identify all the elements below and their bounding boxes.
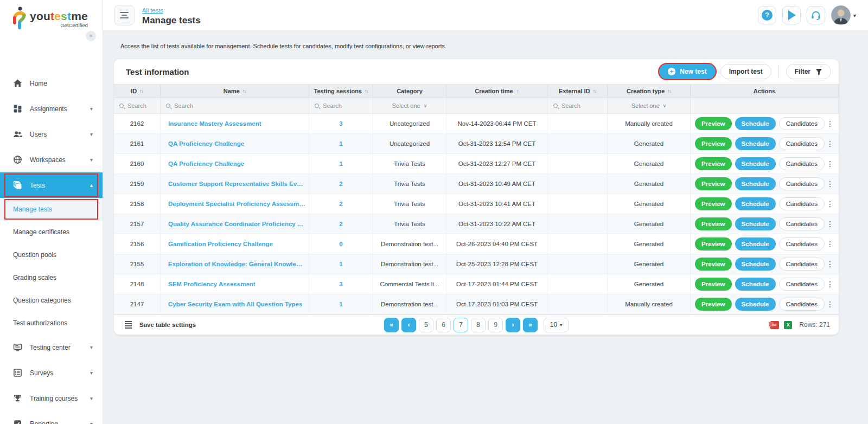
user-menu[interactable] — [831, 5, 856, 25]
filter-button[interactable]: Filter — [786, 64, 831, 79]
page-button[interactable]: 6 — [436, 318, 451, 332]
row-menu-icon[interactable] — [826, 220, 834, 228]
column-header[interactable]: Category — [373, 85, 446, 98]
sidebar-collapse-button[interactable]: « — [86, 31, 96, 41]
schedule-button[interactable]: Schedule — [735, 258, 776, 271]
new-test-button[interactable]: New test — [659, 64, 715, 79]
page-button[interactable]: 8 — [471, 318, 486, 332]
sidebar-item[interactable]: Workspaces — [0, 147, 103, 172]
schedule-button[interactable]: Schedule — [735, 237, 776, 250]
candidates-button[interactable]: Candidates — [779, 298, 825, 311]
testing-sessions-link[interactable]: 1 — [339, 140, 342, 147]
column-header[interactable]: External ID — [548, 85, 608, 98]
schedule-button[interactable]: Schedule — [735, 217, 776, 230]
sidebar-item[interactable]: Question pools — [0, 243, 103, 266]
candidates-button[interactable]: Candidates — [779, 278, 825, 291]
sidebar-item[interactable]: Training courses — [0, 386, 103, 411]
column-search-input[interactable]: Search — [119, 102, 146, 109]
column-header[interactable]: Actions — [691, 85, 839, 98]
column-header[interactable]: Creation type — [608, 85, 691, 98]
preview-button[interactable]: Preview — [695, 197, 731, 210]
test-name-link[interactable]: QA Proficiency Challenge — [168, 160, 244, 167]
column-header[interactable]: ID — [114, 85, 161, 98]
sort-icon[interactable] — [139, 88, 143, 94]
row-menu-icon[interactable] — [826, 139, 834, 148]
row-menu-icon[interactable] — [826, 119, 834, 128]
test-name-link[interactable]: Deployment Specialist Proficiency Assess… — [168, 201, 305, 207]
sidebar-item[interactable]: Reporting — [0, 411, 103, 424]
sidebar-item[interactable]: Test authorizations — [0, 312, 103, 335]
next-page-button[interactable]: › — [506, 318, 520, 332]
test-name-link[interactable]: Exploration of Knowledge: General Knowle… — [168, 261, 305, 267]
test-name-link[interactable]: SEM Proficiency Assessment — [168, 281, 256, 287]
page-button[interactable]: 7 — [454, 318, 468, 332]
candidates-button[interactable]: Candidates — [779, 137, 825, 150]
testing-sessions-link[interactable]: 2 — [339, 201, 342, 207]
test-name-link[interactable]: Gamification Proficiency Challenge — [168, 241, 273, 247]
sort-icon[interactable] — [242, 88, 246, 94]
test-name-link[interactable]: Customer Support Representative Skills E… — [168, 181, 305, 187]
row-menu-icon[interactable] — [826, 300, 834, 309]
column-search-input[interactable]: Search — [553, 102, 580, 109]
sidebar-item[interactable]: Grading scales — [0, 266, 103, 289]
import-test-button[interactable]: Import test — [720, 64, 771, 79]
avatar[interactable] — [831, 5, 851, 25]
preview-button[interactable]: Preview — [695, 258, 731, 271]
export-pdf-icon[interactable] — [770, 321, 779, 329]
candidates-button[interactable]: Candidates — [779, 117, 825, 130]
schedule-button[interactable]: Schedule — [735, 157, 776, 170]
testing-sessions-link[interactable]: 1 — [339, 160, 342, 167]
schedule-button[interactable]: Schedule — [735, 298, 776, 311]
page-button[interactable]: 5 — [419, 318, 433, 332]
schedule-button[interactable]: Schedule — [735, 137, 776, 150]
sidebar-item[interactable]: Home — [0, 70, 103, 96]
testing-sessions-link[interactable]: 1 — [339, 301, 342, 307]
video-tutorial-button[interactable] — [782, 6, 801, 24]
support-button[interactable] — [807, 6, 825, 24]
row-menu-icon[interactable] — [826, 260, 834, 268]
schedule-button[interactable]: Schedule — [735, 177, 776, 190]
column-header[interactable]: Testing sessions — [309, 85, 373, 98]
schedule-button[interactable]: Schedule — [735, 278, 776, 291]
sidebar-item[interactable]: Testing center — [0, 335, 103, 360]
row-menu-icon[interactable] — [826, 159, 834, 168]
candidates-button[interactable]: Candidates — [779, 177, 825, 190]
column-select-dropdown[interactable]: Select one — [631, 102, 667, 109]
sidebar-item[interactable]: Tests — [0, 172, 103, 198]
preview-button[interactable]: Preview — [695, 117, 731, 130]
schedule-button[interactable]: Schedule — [735, 197, 776, 210]
sidebar-item[interactable]: Manage certificates — [0, 221, 103, 243]
column-search-input[interactable]: Search — [166, 102, 193, 109]
row-menu-icon[interactable] — [826, 240, 834, 248]
testing-sessions-link[interactable]: 2 — [339, 181, 342, 187]
column-header[interactable]: Name — [161, 85, 309, 98]
app-logo[interactable]: youtestme GetCertified — [0, 0, 103, 30]
sort-icon[interactable] — [365, 88, 368, 94]
candidates-button[interactable]: Candidates — [779, 258, 825, 271]
sidebar-item[interactable]: Manage tests — [0, 198, 103, 221]
help-button[interactable] — [758, 6, 776, 24]
schedule-button[interactable]: Schedule — [735, 117, 776, 130]
preview-button[interactable]: Preview — [695, 237, 731, 250]
sort-icon[interactable] — [592, 88, 596, 94]
sidebar-item[interactable]: Assignments — [0, 96, 103, 121]
sort-ascending-icon[interactable] — [516, 88, 519, 94]
candidates-button[interactable]: Candidates — [779, 217, 825, 230]
candidates-button[interactable]: Candidates — [779, 197, 825, 210]
row-menu-icon[interactable] — [826, 280, 834, 288]
testing-sessions-link[interactable]: 3 — [339, 281, 342, 287]
column-select-dropdown[interactable]: Select one — [392, 102, 427, 109]
preview-button[interactable]: Preview — [695, 137, 731, 150]
column-header[interactable]: Creation time — [446, 85, 548, 98]
testing-sessions-link[interactable]: 3 — [339, 120, 342, 127]
preview-button[interactable]: Preview — [695, 217, 731, 230]
table-settings-icon[interactable] — [125, 321, 132, 328]
sidebar-item[interactable]: Users — [0, 121, 103, 147]
breadcrumb[interactable]: All tests — [142, 7, 163, 14]
first-page-button[interactable]: « — [384, 318, 399, 332]
sort-icon[interactable] — [667, 88, 671, 94]
testing-sessions-link[interactable]: 1 — [339, 261, 342, 267]
testing-sessions-link[interactable]: 0 — [339, 241, 342, 247]
export-excel-icon[interactable] — [784, 321, 792, 329]
testing-sessions-link[interactable]: 2 — [339, 221, 342, 227]
